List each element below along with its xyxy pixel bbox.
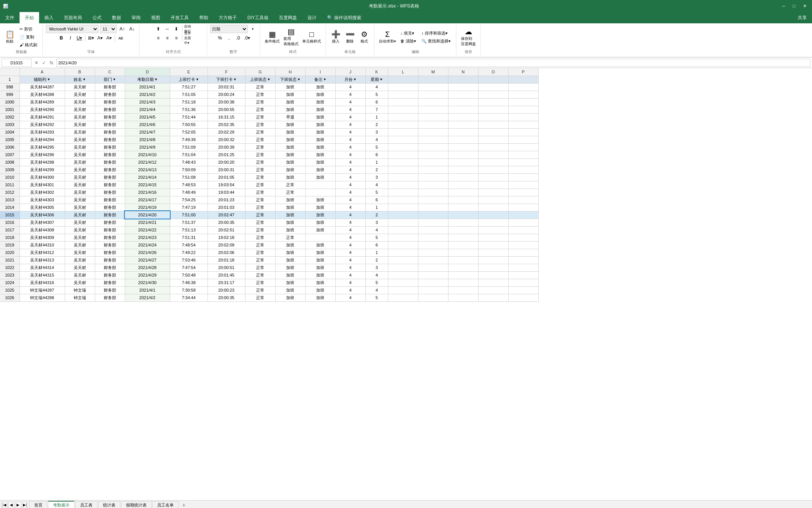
cell[interactable]	[508, 249, 538, 256]
cell[interactable]	[448, 241, 478, 249]
filter-J-btn[interactable]: ▼	[353, 78, 357, 81]
cell[interactable]: 2021/4/23	[125, 234, 170, 241]
cell[interactable]	[448, 136, 478, 143]
confirm-formula-icon[interactable]: ✓	[41, 59, 47, 66]
cell[interactable]	[478, 91, 508, 98]
cell[interactable]	[448, 211, 478, 219]
cell[interactable]: 正常	[245, 151, 275, 158]
cell[interactable]: 2021/4/27	[125, 256, 170, 264]
cell[interactable]: 20:00:24	[208, 91, 245, 98]
cell[interactable]: 2021/4/4	[125, 106, 170, 113]
cell[interactable]: 财务部	[95, 98, 125, 106]
cell[interactable]: 财务部	[95, 128, 125, 136]
cell[interactable]: 2021/4/21	[125, 219, 170, 226]
cell[interactable]: 3	[365, 173, 388, 181]
cell[interactable]: 7:48:54	[170, 241, 208, 249]
cell[interactable]: 加班	[305, 286, 335, 294]
cell[interactable]	[418, 196, 448, 204]
cell[interactable]	[508, 219, 538, 226]
cell[interactable]	[418, 121, 448, 128]
cell[interactable]: 财务部	[95, 181, 125, 189]
cell[interactable]: 20:00:55	[208, 106, 245, 113]
cell[interactable]: 20:00:32	[208, 136, 245, 143]
cell[interactable]: 财务部	[95, 279, 125, 286]
cell[interactable]	[508, 151, 538, 158]
cell[interactable]: 5	[365, 294, 388, 301]
cell[interactable]: 20:00:23	[208, 286, 245, 294]
cell[interactable]	[418, 249, 448, 256]
col-header-C[interactable]: C	[95, 68, 125, 76]
cell[interactable]: 钟文瑞	[65, 294, 95, 301]
cell[interactable]: 吴天材44298	[20, 158, 65, 166]
font-color-btn[interactable]: A▾	[105, 34, 113, 42]
cell[interactable]: 吴天材	[65, 256, 95, 264]
cell[interactable]	[508, 279, 538, 286]
cell[interactable]: 钟文瑞44288	[20, 294, 65, 301]
cell[interactable]: 4	[335, 151, 365, 158]
cell[interactable]: 7:51:31	[170, 234, 208, 241]
cell[interactable]	[448, 226, 478, 234]
cell[interactable]	[478, 151, 508, 158]
cell[interactable]: 吴天材44310	[20, 241, 65, 249]
table-wrapper[interactable]: A B C D E F G H I J K L M N O P	[0, 68, 812, 492]
cell[interactable]: 加班	[305, 143, 335, 151]
cell[interactable]	[478, 196, 508, 204]
tab-scroll-prev-btn[interactable]: ◀	[8, 502, 14, 508]
cell[interactable]	[388, 241, 418, 249]
cell[interactable]: 4	[365, 83, 388, 91]
cell[interactable]	[478, 173, 508, 181]
cell[interactable]: 正常	[275, 189, 305, 196]
cell[interactable]	[388, 121, 418, 128]
cell[interactable]: 财务部	[95, 173, 125, 181]
conditional-format-btn[interactable]: ▦ 条件格式	[263, 30, 281, 45]
cell[interactable]	[418, 158, 448, 166]
cell[interactable]: 7:51:09	[170, 143, 208, 151]
cell[interactable]	[418, 143, 448, 151]
cell[interactable]: 吴天材	[65, 234, 95, 241]
sheet-tab-employee[interactable]: 员工表	[75, 501, 97, 508]
cell[interactable]: 2	[365, 121, 388, 128]
cell[interactable]: 加班	[305, 279, 335, 286]
cell[interactable]	[388, 83, 418, 91]
cell[interactable]: 吴天材	[65, 204, 95, 211]
cell[interactable]: 6	[365, 241, 388, 249]
cell[interactable]: 吴天材44290	[20, 106, 65, 113]
cell[interactable]: 7:50:55	[170, 121, 208, 128]
format-btn[interactable]: ⚙ 格式	[358, 30, 371, 45]
cell-reference-input[interactable]	[2, 59, 32, 67]
cell[interactable]: 财务部	[95, 264, 125, 271]
tab-insert[interactable]: 插入	[39, 12, 59, 23]
cell[interactable]: 正常	[245, 204, 275, 211]
cell[interactable]: 吴天材	[65, 143, 95, 151]
cell[interactable]: 加班	[275, 83, 305, 91]
save-cloud-btn[interactable]: ☁ 保存到百度网盘	[459, 27, 477, 47]
cell[interactable]: 7:51:04	[170, 151, 208, 158]
cell[interactable]: 加班	[305, 211, 335, 219]
cell[interactable]: 吴天材44309	[20, 234, 65, 241]
cell[interactable]: 7:48:49	[170, 189, 208, 196]
tab-help[interactable]: 帮助	[194, 12, 214, 23]
cell[interactable]	[448, 158, 478, 166]
cell[interactable]: 早退	[275, 113, 305, 121]
cell[interactable]: 财务部	[95, 286, 125, 294]
col-header-J[interactable]: J	[335, 68, 365, 76]
col-header-H[interactable]: H	[275, 68, 305, 76]
cell[interactable]	[478, 98, 508, 106]
cell[interactable]	[478, 256, 508, 264]
cell[interactable]: 吴天材44301	[20, 181, 65, 189]
cell[interactable]: 财务部	[95, 91, 125, 98]
cell[interactable]: 4	[335, 83, 365, 91]
cell[interactable]	[418, 136, 448, 143]
cell[interactable]: 4	[335, 158, 365, 166]
cell[interactable]	[418, 98, 448, 106]
cell[interactable]: 1	[365, 158, 388, 166]
cell[interactable]: 吴天材44289	[20, 98, 65, 106]
tab-search[interactable]: 🔍操作说明搜索	[322, 12, 367, 23]
tab-ffgz[interactable]: 方方格子	[214, 12, 242, 23]
cell[interactable]	[388, 113, 418, 121]
cell[interactable]: 吴天材44292	[20, 121, 65, 128]
cell[interactable]: 吴天材	[65, 128, 95, 136]
cell[interactable]	[508, 234, 538, 241]
cell[interactable]: 2021/4/1	[125, 83, 170, 91]
cell[interactable]: 20:00:20	[208, 158, 245, 166]
